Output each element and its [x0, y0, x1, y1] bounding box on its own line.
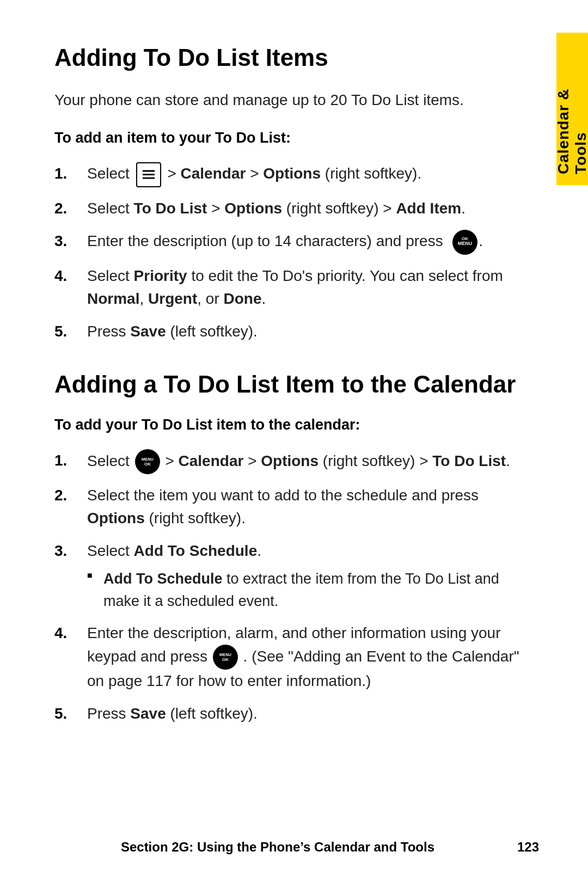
s2-step-num-2: 2.: [54, 484, 81, 507]
step-num-1: 1.: [54, 162, 81, 185]
footer-text: Section 2G: Using the Phone’s Calendar a…: [49, 840, 506, 855]
section2-title: Adding a To Do List Item to the Calendar: [54, 370, 539, 399]
section1-instruction-heading: To add an item to your To Do List:: [54, 128, 539, 149]
svg-text:OK: OK: [222, 657, 229, 662]
section2-instruction-heading: To add your To Do List item to the calen…: [54, 415, 539, 436]
step-3-content: Enter the description (up to 14 characte…: [87, 232, 483, 249]
side-tab: Calendar & Tools: [556, 33, 588, 185]
sub-bullet-1: Add To Schedule to extract the item from…: [87, 568, 539, 612]
section-one: Adding To Do List Items Your phone can s…: [54, 44, 539, 343]
step-num-4: 4.: [54, 265, 81, 287]
s2-step-1: 1. Select MENU OK > Calendar > Options (…: [54, 449, 539, 474]
svg-text:MENU: MENU: [458, 241, 473, 246]
s2-step-num-4: 4.: [54, 622, 81, 645]
section2-steps: 1. Select MENU OK > Calendar > Options (…: [54, 449, 539, 725]
s2-step-num-3: 3.: [54, 540, 81, 562]
section1-intro: Your phone can store and manage up to 20…: [54, 89, 539, 112]
section1-title: Adding To Do List Items: [54, 44, 539, 72]
step-num-2: 2.: [54, 197, 81, 220]
step-5: 5. Press Save (left softkey).: [54, 320, 539, 343]
menu-ok-icon-1: MENU OK: [135, 449, 160, 474]
page-number: 123: [517, 840, 539, 855]
section1-steps: 1. Select > Calendar > Options (right so…: [54, 162, 539, 343]
s2-step-num-1: 1.: [54, 449, 81, 472]
s2-step-5-content: Press Save (left softkey).: [87, 705, 258, 722]
s2-step-num-5: 5.: [54, 702, 81, 725]
s2-step-1-content: Select MENU OK > Calendar > Options (rig…: [87, 452, 510, 469]
svg-rect-2: [142, 177, 154, 179]
svg-text:MENU: MENU: [219, 652, 231, 657]
s2-step-4: 4. Enter the description, alarm, and oth…: [54, 622, 539, 693]
step-1: 1. Select > Calendar > Options (right so…: [54, 162, 539, 187]
svg-text:OK: OK: [144, 462, 151, 467]
step-num-3: 3.: [54, 230, 81, 253]
s2-step-3: 3. Select Add To Schedule. Add To Schedu…: [54, 540, 539, 612]
page-container: Calendar & Tools Adding To Do List Items…: [0, 0, 588, 882]
side-tab-text: Calendar & Tools: [555, 44, 588, 174]
svg-rect-1: [142, 174, 154, 175]
step-num-5: 5.: [54, 320, 81, 343]
step-5-content: Press Save (left softkey).: [87, 323, 258, 340]
s2-step-4-content: Enter the description, alarm, and other …: [87, 624, 519, 689]
nav-icon-1: [136, 162, 161, 187]
s2-step-3-content: Select Add To Schedule. Add To Schedule …: [87, 542, 539, 612]
svg-rect-0: [142, 170, 154, 171]
s2-step-5: 5. Press Save (left softkey).: [54, 702, 539, 725]
svg-text:OK: OK: [462, 236, 468, 241]
step-2-content: Select To Do List > Options (right softk…: [87, 200, 465, 217]
ok-icon-3: MENU OK: [452, 230, 477, 255]
s2-step-3-subbullets: Add To Schedule to extract the item from…: [87, 568, 539, 612]
section-two: Adding a To Do List Item to the Calendar…: [54, 370, 539, 726]
step-4-content: Select Priority to edit the To Do's prio…: [87, 267, 503, 307]
s2-step-2: 2. Select the item you want to add to th…: [54, 484, 539, 530]
step-1-content: Select > Calendar > Options (right softk…: [87, 165, 421, 182]
svg-text:MENU: MENU: [142, 457, 154, 462]
s2-step-2-content: Select the item you want to add to the s…: [87, 487, 479, 526]
step-3: 3. Enter the description (up to 14 chara…: [54, 230, 539, 255]
menu-ok-icon-4: MENU OK: [213, 645, 238, 670]
step-4: 4. Select Priority to edit the To Do's p…: [54, 265, 539, 310]
step-2: 2. Select To Do List > Options (right so…: [54, 197, 539, 220]
page-footer: Section 2G: Using the Phone’s Calendar a…: [0, 840, 588, 855]
